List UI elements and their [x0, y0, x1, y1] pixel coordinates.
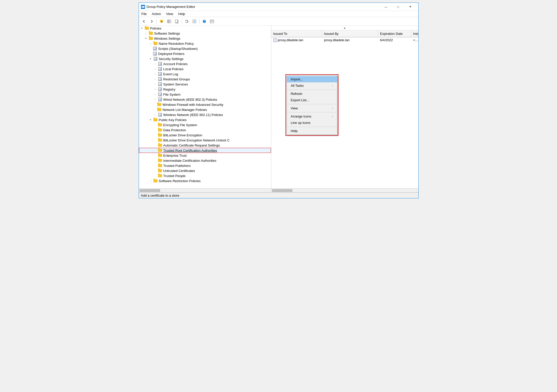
tree-item-wireless-network[interactable]: › Wireless Network (IEEE 802.11) Policie…	[139, 112, 271, 117]
sort-indicator: ▲	[344, 26, 346, 29]
tree-item-untrusted-certs[interactable]: Untrusted Certificates	[139, 168, 271, 173]
tree-item-data-protection[interactable]: Data Protection	[139, 127, 271, 133]
expand-windows-settings[interactable]: ▾	[144, 36, 148, 40]
tree-item-restricted-groups[interactable]: › Restricted Groups	[139, 77, 271, 82]
help-button[interactable]: ?	[201, 18, 208, 25]
app-icon	[141, 5, 145, 9]
context-menu-arrange-icons[interactable]: Arrange Icons ›	[287, 113, 337, 120]
tree-view[interactable]: ▾ Policies › Software Settings ▾ Windows…	[139, 26, 271, 188]
expand-registry[interactable]: ›	[153, 87, 157, 91]
svg-rect-9	[175, 20, 178, 23]
tree-item-encrypting-fs[interactable]: Encrypting File System	[139, 122, 271, 127]
col-header-issued-to[interactable]: Issued To	[271, 30, 322, 37]
tree-item-name-resolution[interactable]: › Name Resolution Policy	[139, 41, 271, 46]
svg-rect-5	[160, 20, 161, 21]
expand-restricted-groups[interactable]: ›	[153, 77, 157, 81]
copy-button[interactable]	[173, 18, 180, 25]
menu-help[interactable]: Help	[176, 11, 188, 16]
tree-item-bitlocker-network[interactable]: BitLocker Drive Encryption Network Unloc…	[139, 138, 271, 143]
context-menu-refresh[interactable]: Refresh	[287, 91, 337, 97]
properties-button[interactable]	[208, 18, 216, 25]
tree-item-event-log[interactable]: › Event Log	[139, 71, 271, 77]
folder-icon-trusted-people	[158, 174, 162, 178]
expand-name-resolution[interactable]: ›	[149, 41, 153, 46]
expand-policies[interactable]: ▾	[140, 26, 144, 30]
forward-button[interactable]	[148, 18, 155, 25]
back-button[interactable]	[140, 18, 148, 25]
expand-account-policies[interactable]: ›	[153, 62, 157, 66]
expand-system-services[interactable]: ›	[153, 82, 157, 86]
tree-item-windows-settings[interactable]: ▾ Windows Settings	[139, 36, 271, 41]
expand-wireless-network[interactable]: ›	[153, 113, 157, 117]
issued-to-value: proxy.diladele.lan	[278, 38, 303, 42]
folder-icon-intermediate-cert	[158, 158, 162, 163]
tree-item-software-restriction[interactable]: › Software Restriction Policies	[139, 178, 271, 183]
label-auto-cert: Automatic Certificate Request Settings	[163, 143, 220, 147]
tree-item-intermediate-cert[interactable]: Intermediate Certification Authorities	[139, 158, 271, 163]
folder-icon-name-resolution	[153, 41, 158, 46]
expand-security-settings[interactable]: ▾	[149, 57, 153, 61]
tree-item-trusted-people[interactable]: Trusted People	[139, 173, 271, 178]
separator-2	[182, 19, 182, 24]
expand-public-key[interactable]: ▾	[149, 118, 153, 122]
separator-1	[156, 19, 157, 24]
separator-3	[199, 19, 199, 24]
tree-item-local-policies[interactable]: › Local Policies	[139, 66, 271, 71]
expand-software-settings[interactable]: ›	[144, 31, 148, 35]
tree-item-deployed-printers[interactable]: Deployed Printers	[139, 51, 271, 56]
minimize-button[interactable]: —	[380, 3, 392, 10]
right-scrollbar-thumb[interactable]	[272, 189, 292, 192]
context-menu-export-list[interactable]: Export List...	[287, 97, 337, 103]
col-header-issued-by[interactable]: Issued By	[322, 30, 378, 37]
label-wired-network: Wired Network (IEEE 802.3) Policies	[163, 98, 217, 101]
menu-action[interactable]: Action	[149, 11, 163, 16]
menu-file[interactable]: File	[139, 11, 149, 16]
context-menu-import[interactable]: Import...	[287, 76, 337, 82]
tree-item-wired-network[interactable]: › Wired Network (IEEE 802.3) Policies	[139, 97, 271, 102]
help-label: Help	[291, 129, 298, 133]
context-menu-all-tasks[interactable]: All Tasks ›	[287, 82, 337, 89]
expand-event-log[interactable]: ›	[153, 72, 157, 76]
close-button[interactable]: ✕	[405, 3, 416, 10]
tree-item-policies[interactable]: ▾ Policies	[139, 26, 271, 31]
expand-file-system[interactable]: ›	[153, 92, 157, 96]
tree-scrollbar-h[interactable]	[139, 188, 271, 192]
maximize-button[interactable]: □	[392, 3, 404, 10]
show-hide-button[interactable]	[166, 18, 173, 25]
refresh-button[interactable]	[183, 18, 190, 25]
svg-rect-3	[142, 7, 143, 7]
folder-icon-bitlocker-drive	[158, 133, 162, 137]
tree-item-bitlocker-drive[interactable]: BitLocker Drive Encryption	[139, 133, 271, 138]
col-header-expiration[interactable]: Expiration Date	[378, 30, 411, 37]
tree-item-trusted-root[interactable]: Trusted Root Certification Authorities	[139, 148, 271, 153]
export-button[interactable]	[191, 18, 198, 25]
col-header-intended[interactable]: Intended Pu	[411, 30, 418, 37]
tree-item-windows-firewall[interactable]: Windows Firewall with Advanced Security	[139, 102, 271, 107]
tree-item-security-settings[interactable]: ▾ Security Settings	[139, 56, 271, 61]
tree-item-network-list[interactable]: Network List Manager Policies	[139, 107, 271, 112]
context-menu-line-up-icons[interactable]: Line up Icons	[287, 120, 337, 126]
tree-item-scripts[interactable]: Scripts (Startup/Shutdown)	[139, 46, 271, 51]
table-row[interactable]: proxy.diladele.lan proxy.diladele.lan 6/…	[271, 37, 418, 43]
context-menu-help[interactable]: Help	[287, 128, 337, 134]
expand-wired-network[interactable]: ›	[153, 97, 157, 101]
menu-view[interactable]: View	[164, 11, 176, 16]
right-scrollbar-h[interactable]	[271, 188, 418, 192]
tree-item-system-services[interactable]: › System Services	[139, 82, 271, 87]
folder-icon-trusted-publishers	[158, 164, 162, 168]
up-button[interactable]	[158, 18, 165, 25]
tree-item-account-policies[interactable]: › Account Policies	[139, 61, 271, 66]
separator-ctx-2	[287, 104, 337, 104]
tree-item-file-system[interactable]: › File System	[139, 92, 271, 97]
tree-item-public-key[interactable]: ▾ Public Key Policies	[139, 117, 271, 122]
cert-icon	[273, 38, 277, 42]
tree-item-trusted-publishers[interactable]: Trusted Publishers	[139, 163, 271, 168]
tree-item-registry[interactable]: › Registry	[139, 87, 271, 92]
tree-item-enterprise-trust[interactable]: Enterprise Trust	[139, 153, 271, 158]
tree-item-software-settings[interactable]: › Software Settings	[139, 31, 271, 36]
tree-scrollbar-thumb[interactable]	[140, 189, 160, 192]
expand-software-restriction[interactable]: ›	[149, 179, 153, 183]
tree-item-auto-cert[interactable]: Automatic Certificate Request Settings	[139, 143, 271, 148]
context-menu-view[interactable]: View ›	[287, 105, 337, 111]
expand-local-policies[interactable]: ›	[153, 67, 157, 71]
